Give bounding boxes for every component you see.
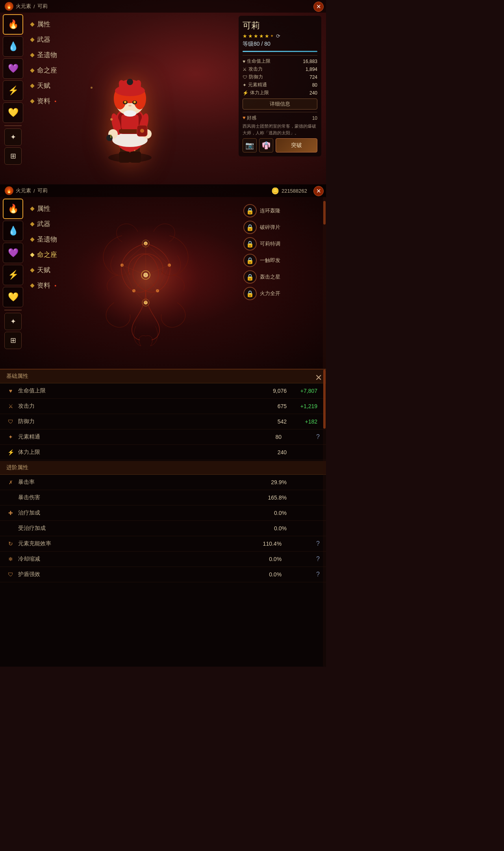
stat-atk: ⚔ 攻击力 1,894 (243, 66, 317, 72)
heart-icon: ♥ (243, 115, 246, 121)
avatar2-beidou[interactable]: ⚡ (3, 265, 23, 285)
stats-cdr-value: 0.0% (258, 556, 282, 562)
lock-icon-2[interactable]: 🔒 (243, 221, 257, 234)
stats-shield-help-icon[interactable]: ? (316, 571, 320, 578)
star2: ★ (248, 33, 253, 39)
nav2-talents[interactable]: 天赋 (28, 265, 59, 275)
fav-label: 好感 (247, 115, 256, 121)
stats-er-label: 元素充能效率 (18, 540, 258, 547)
star-partial: ✦ (270, 33, 274, 39)
character-bio: 西风骑士团禁闭室的常客，蒙德的爆破大师，人称「逃跑的太阳」。 (243, 123, 317, 136)
constellation-4: 🔒 一触即发 (243, 254, 322, 267)
nav-constellation[interactable]: 命之座 (28, 65, 59, 76)
sidebar2-divider (4, 310, 22, 310)
em-icon: ✦ (243, 82, 246, 88)
avatar-beidou[interactable]: ⚡ (3, 80, 23, 101)
sidebar-settings-button[interactable]: ✦ (4, 128, 22, 146)
stats-er-help-icon[interactable]: ? (316, 540, 320, 547)
nav2-label-talents: 天赋 (37, 266, 50, 275)
stats-def-label: 防御力 (18, 418, 263, 425)
coin-value: 221588262 (282, 188, 307, 194)
constellation-3: 🔒 可莉特调 (243, 237, 322, 251)
nav-weapon[interactable]: 武器 (28, 34, 59, 45)
advanced-stats-header: 进阶属性 (0, 461, 326, 475)
nav-profile[interactable]: 资料 ● (28, 96, 59, 106)
star-rating-row: ★ ★ ★ ★ ★ ✦ ⟳ (243, 33, 317, 39)
nav-label-artifacts: 圣遗物 (37, 50, 57, 59)
screenshot-button[interactable]: 📷 (243, 138, 257, 152)
avatar2-mona[interactable]: 💧 (3, 221, 23, 241)
stats-cdr-help-icon[interactable]: ? (316, 556, 320, 563)
lock-icon-5[interactable]: 🔒 (243, 270, 257, 284)
stats-critrate-icon: ✗ (6, 479, 15, 485)
avatar2-fischl[interactable]: 💛 (3, 287, 23, 307)
breadcrumb-element: 火元素 (16, 3, 31, 10)
sidebar2-settings-button[interactable]: ✦ (4, 313, 22, 330)
stat-em-label: 元素精通 (248, 82, 267, 88)
svg-point-30 (124, 110, 136, 117)
stats-em-help-icon[interactable]: ? (316, 433, 320, 440)
nav2-artifacts[interactable]: 圣遗物 (28, 234, 59, 245)
lock-icon-4[interactable]: 🔒 (243, 254, 257, 267)
lock-icon-3[interactable]: 🔒 (243, 237, 257, 251)
panel1-close-button[interactable]: ✕ (313, 2, 324, 12)
nav-diamond-talents (30, 84, 34, 88)
stats-shield-icon: 🛡 (6, 571, 15, 578)
sidebar2-grid-button[interactable]: ⊞ (4, 332, 22, 349)
constellation-label-5: 轰击之星 (260, 273, 280, 281)
nav2-weapon[interactable]: 武器 (28, 219, 59, 229)
stats-er-value: 110.4% (258, 541, 282, 547)
nav2-diamond-weapon (30, 222, 34, 226)
coin-icon: 🪙 (271, 187, 279, 195)
avatar-klee[interactable]: 🔥 (3, 14, 23, 35)
nav2-diamond-profile (30, 283, 34, 288)
avatar-fischl[interactable]: 💛 (3, 102, 23, 123)
stats-inhealing-label: 受治疗加成 (18, 525, 263, 532)
nav-label-constellation: 命之座 (37, 66, 57, 75)
nav-diamond-attributes (30, 22, 34, 26)
basic-stats-label: 基础属性 (6, 373, 28, 379)
ascension-button[interactable]: 突破 (276, 138, 317, 152)
nav2-diamond-talents (30, 268, 34, 272)
costume-button[interactable]: 👘 (259, 138, 273, 152)
svg-point-28 (133, 101, 136, 103)
constellation-label-6: 火力全开 (260, 290, 280, 297)
avatar2-klee[interactable]: 🔥 (3, 199, 23, 219)
fire-element-icon2: 🔥 (5, 186, 13, 195)
nav-artifacts[interactable]: 圣遗物 (28, 50, 59, 60)
stats-row-critrate: ✗ 暴击率 29.9% (0, 475, 326, 490)
panel2-scrollbar-track (323, 197, 326, 369)
stats-row-hp: ♥ 生命值上限 9,076 +7,807 (0, 383, 326, 399)
stats-row-critdmg: 暴击伤害 165.8% (0, 490, 326, 505)
stats-close-button[interactable]: ✕ (315, 373, 322, 383)
nav-talents[interactable]: 天赋 (28, 80, 59, 91)
nav2-attributes[interactable]: 属性 (28, 203, 59, 214)
nav-attributes[interactable]: 属性 (28, 19, 59, 30)
svg-rect-4 (130, 152, 141, 163)
nav2-profile[interactable]: 资料 ● (28, 280, 59, 291)
nav2-constellation[interactable]: 命之座 (28, 249, 59, 260)
stat-em-value: 80 (312, 82, 317, 88)
stats-row-healing: ✚ 治疗加成 0.0% (0, 505, 326, 521)
svg-point-27 (124, 101, 126, 103)
character-svg (94, 35, 165, 177)
star5: ★ (265, 33, 269, 39)
lock-icon-6[interactable]: 🔒 (243, 287, 257, 300)
detail-info-button[interactable]: 详细信息 (243, 98, 317, 110)
lock-icon-1[interactable]: 🔒 (243, 204, 257, 217)
enhance-icon[interactable]: ⟳ (276, 33, 280, 39)
panel3-scrollbar-track (323, 370, 326, 667)
stats-row-inhealing: 受治疗加成 0.0% (0, 521, 326, 536)
nav-diamond-profile (30, 99, 34, 103)
avatar-keqing[interactable]: 💜 (3, 58, 23, 79)
panel2-close-button[interactable]: ✕ (313, 186, 324, 196)
sidebar-grid-button[interactable]: ⊞ (4, 147, 22, 165)
panel3-scrollbar-thumb[interactable] (323, 370, 326, 429)
stamina-icon: ⚡ (243, 90, 248, 96)
stats-def-bonus: +182 (290, 418, 317, 425)
avatar2-keqing[interactable]: 💜 (3, 243, 23, 263)
avatar-mona[interactable]: 💧 (3, 36, 23, 57)
panel2-scrollbar-thumb[interactable] (323, 201, 326, 225)
stat-def-label: 防御力 (249, 74, 263, 80)
svg-point-22 (127, 79, 133, 85)
